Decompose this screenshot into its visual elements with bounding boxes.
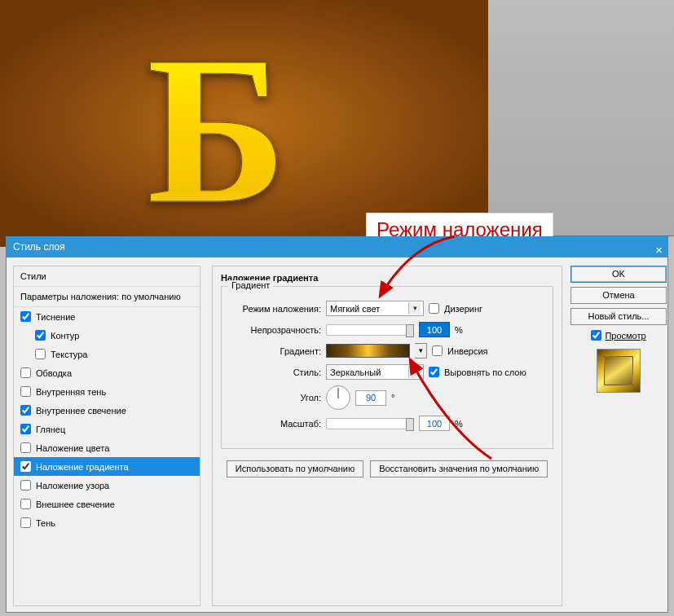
right-button-panel: OK Отмена Новый стиль... Просмотр: [570, 266, 667, 393]
style-checkbox[interactable]: [35, 349, 46, 359]
angle-dial[interactable]: [326, 385, 350, 410]
opacity-slider[interactable]: [326, 324, 414, 336]
canvas-neutral-area: [488, 0, 674, 236]
style-item-label: Внешнее свечение: [36, 499, 115, 509]
style-item-label: Тиснение: [36, 312, 75, 322]
opacity-input[interactable]: [419, 322, 450, 337]
ok-button[interactable]: OK: [570, 266, 667, 283]
style-checkbox[interactable]: [20, 386, 31, 397]
layer-style-dialog: Стиль слоя Стили Параметры наложения: по…: [6, 236, 668, 613]
style-checkbox[interactable]: [20, 499, 31, 509]
dialog-title: Стиль слоя: [7, 237, 667, 257]
style-item-label: Внутренняя тень: [36, 387, 106, 397]
cancel-button[interactable]: Отмена: [570, 287, 667, 304]
style-item-11[interactable]: Тень: [14, 513, 200, 532]
style-item-label: Наложение градиента: [36, 462, 129, 472]
gradient-dropdown-icon[interactable]: ▾: [415, 343, 427, 359]
dither-label: Дизеринг: [444, 304, 482, 314]
style-checkbox[interactable]: [20, 311, 31, 322]
style-item-label: Тень: [36, 518, 55, 528]
preview-checkbox[interactable]: [591, 330, 601, 341]
style-item-10[interactable]: Внешнее свечение: [14, 495, 200, 513]
preview-swatch: [597, 349, 641, 393]
style-select[interactable]: [326, 364, 424, 380]
invert-checkbox[interactable]: [432, 345, 443, 356]
style-item-0[interactable]: Тиснение: [14, 307, 200, 326]
style-item-label: Контур: [51, 331, 79, 341]
style-checkbox[interactable]: [20, 442, 31, 453]
gradient-swatch[interactable]: [326, 344, 410, 358]
make-default-button[interactable]: Использовать по умолчанию: [227, 460, 363, 477]
style-checkbox[interactable]: [35, 330, 46, 341]
style-checkbox[interactable]: [20, 461, 31, 472]
scale-slider[interactable]: [326, 418, 414, 429]
angle-label: Угол:: [230, 393, 321, 403]
preview-label: Просмотр: [605, 331, 645, 341]
gradient-overlay-panel: Наложение градиента Градиент Режим налож…: [212, 266, 562, 606]
style-item-3[interactable]: Обводка: [14, 363, 200, 382]
style-label: Стиль:: [230, 367, 321, 377]
reset-default-button[interactable]: Восстановить значения по умолчанию: [370, 460, 548, 477]
style-checkbox[interactable]: [20, 424, 31, 434]
gradient-label: Градиент:: [230, 346, 321, 356]
style-item-2[interactable]: Текстура: [14, 345, 200, 363]
scale-label: Масштаб:: [230, 419, 321, 429]
scale-input[interactable]: [419, 416, 450, 431]
style-checkbox[interactable]: [20, 517, 31, 528]
blend-mode-select[interactable]: [326, 301, 424, 316]
style-item-label: Глянец: [36, 425, 65, 434]
style-item-4[interactable]: Внутренняя тень: [14, 382, 200, 401]
close-icon[interactable]: ×: [655, 243, 663, 257]
blend-options-header[interactable]: Параметры наложения: по умолчанию: [14, 287, 200, 307]
style-item-7[interactable]: Наложение цвета: [14, 438, 200, 457]
group-label: Градиент: [228, 280, 273, 290]
style-item-5[interactable]: Внутреннее свечение: [14, 401, 200, 420]
style-item-label: Обводка: [36, 368, 72, 378]
style-item-1[interactable]: Контур: [14, 326, 200, 345]
style-checkbox[interactable]: [20, 480, 31, 491]
style-item-8[interactable]: Наложение градиента: [14, 457, 200, 476]
new-style-button[interactable]: Новый стиль...: [570, 308, 667, 325]
opacity-label: Непрозрачность:: [230, 325, 321, 335]
style-item-label: Наложение узора: [36, 481, 109, 491]
angle-input[interactable]: [355, 390, 386, 406]
align-checkbox[interactable]: [429, 367, 439, 377]
style-item-6[interactable]: Глянец: [14, 420, 200, 438]
dither-checkbox[interactable]: [429, 303, 439, 314]
styles-header[interactable]: Стили: [14, 266, 200, 287]
style-item-9[interactable]: Наложение узора: [14, 476, 200, 495]
style-item-label: Текстура: [51, 350, 87, 359]
style-checkbox[interactable]: [20, 367, 31, 378]
blend-mode-label: Режим наложения:: [230, 304, 321, 314]
align-label: Выровнять по слою: [444, 367, 526, 377]
scale-unit: %: [455, 419, 463, 429]
style-item-label: Наложение цвета: [36, 443, 109, 453]
canvas-letter: Б: [147, 8, 287, 252]
styles-list-panel: Стили Параметры наложения: по умолчанию …: [13, 266, 200, 606]
style-checkbox[interactable]: [20, 405, 31, 416]
opacity-unit: %: [455, 325, 463, 335]
invert-label: Инверсия: [447, 346, 488, 356]
style-item-label: Внутреннее свечение: [36, 406, 126, 416]
angle-unit: °: [391, 393, 394, 403]
